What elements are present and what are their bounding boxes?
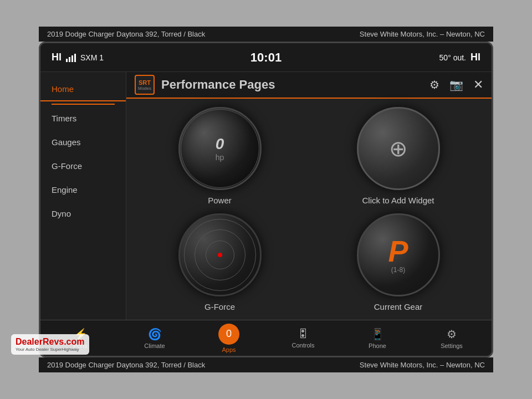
apps-icon-container: 0 [218, 324, 239, 345]
close-icon[interactable]: ✕ [473, 78, 483, 92]
modes-text: Modes [138, 86, 151, 91]
nav-item-settings[interactable]: ⚙ Settings [429, 325, 474, 352]
nav-controls-label: Controls [292, 342, 315, 349]
add-widget-label: Click to Add Widget [362, 196, 434, 205]
apps-icon: 0 [226, 328, 232, 340]
gforce-gauge [178, 213, 262, 296]
nav-item-controls[interactable]: 🎛 Controls [281, 325, 325, 351]
perf-header: SRT Modes Performance Pages ⚙ 📷 ✕ [126, 72, 492, 99]
srt-text: SRT [139, 79, 151, 86]
settings-nav-icon: ⚙ [447, 328, 457, 341]
power-label: Power [208, 196, 232, 205]
status-hi-left: HI [52, 52, 62, 63]
settings-icon[interactable]: ⚙ [429, 78, 439, 91]
status-hi-right: HI [470, 52, 480, 63]
perf-title: Performance Pages [161, 78, 423, 92]
performance-area: SRT Modes Performance Pages ⚙ 📷 ✕ [126, 72, 492, 320]
sidebar-item-timers[interactable]: Timers [40, 107, 126, 130]
power-value: 0 [216, 135, 224, 153]
status-left: HI SXM 1 [52, 52, 104, 63]
gear-label: Current Gear [374, 302, 423, 311]
nav-item-apps[interactable]: 0 Apps [207, 321, 251, 356]
sidebar-item-gauges[interactable]: Gauges [40, 131, 126, 154]
gforce-label: G-Force [204, 302, 235, 311]
gforce-widget: G-Force [135, 213, 305, 311]
power-gauge: 0 hp [178, 107, 262, 190]
bottom-caption-left: 2019 Dodge Charger Daytona 392, Torred /… [47, 361, 205, 369]
signal-icon [66, 53, 76, 62]
top-caption-left: 2019 Dodge Charger Daytona 392, Torred /… [47, 30, 205, 38]
power-widget: 0 hp Power [135, 107, 305, 205]
top-caption-bar: 2019 Dodge Charger Daytona 392, Torred /… [39, 27, 493, 42]
perf-icons: ⚙ 📷 ✕ [429, 78, 483, 92]
gear-gauge: P (1-8) [357, 213, 440, 296]
widget-grid: 0 hp Power ⊕ Click to Add Widget [126, 99, 492, 320]
controls-icon: 🎛 [298, 328, 309, 340]
power-unit: hp [216, 153, 224, 162]
status-bar: HI SXM 1 10:01 50° out. HI [40, 43, 492, 72]
bottom-caption-right: Steve White Motors, Inc. – Newton, NC [360, 361, 485, 369]
photo-frame: 2019 Dodge Charger Daytona 392, Torred /… [0, 0, 532, 399]
dealer-logo: DealerRevs.com [16, 337, 85, 347]
sidebar-separator [52, 104, 115, 105]
climate-icon: 🌀 [148, 328, 162, 341]
sidebar-item-gforce[interactable]: G-Force [40, 155, 126, 177]
infotainment-screen: HI SXM 1 10:01 50° out. HI Home [39, 42, 493, 357]
gear-range: (1-8) [391, 266, 405, 274]
sidebar-item-home[interactable]: Home [40, 78, 126, 101]
dealer-tagline: Your Auto Dealer SuperHighway [16, 347, 85, 352]
gforce-dot [218, 253, 222, 257]
nav-item-phone[interactable]: 📱 Phone [355, 325, 400, 352]
phone-icon: 📱 [371, 328, 385, 341]
camera-icon[interactable]: 📷 [449, 78, 463, 91]
nav-item-climate[interactable]: 🌀 Climate [132, 325, 177, 352]
nav-settings-label: Settings [441, 342, 463, 349]
status-right: 50° out. HI [439, 52, 480, 63]
nav-climate-label: Climate [144, 342, 165, 349]
gforce-rings [184, 219, 256, 291]
gear-widget: P (1-8) Current Gear [313, 213, 483, 311]
main-content: Home Timers Gauges G-Force Engine Dyno [40, 72, 492, 320]
top-caption-right: Steve White Motors, Inc. – Newton, NC [360, 30, 485, 38]
status-time: 10:01 [250, 50, 282, 65]
gear-letter: P [388, 236, 408, 266]
nav-apps-label: Apps [222, 346, 236, 353]
nav-bar: ⚡ Ports 🌀 Climate 0 Apps 🎛 Controls [40, 320, 492, 356]
add-plus-icon: ⊕ [389, 137, 408, 160]
status-sxm: SXM 1 [80, 53, 104, 62]
nav-phone-label: Phone [369, 342, 386, 349]
dealer-watermark: DealerRevs.com Your Auto Dealer SuperHig… [11, 334, 89, 355]
add-widget-button[interactable]: ⊕ [357, 107, 440, 190]
add-widget-cell: ⊕ Click to Add Widget [313, 107, 483, 205]
bottom-caption-bar: 2019 Dodge Charger Daytona 392, Torred /… [39, 357, 493, 372]
status-temp: 50° out. [439, 53, 466, 62]
sidebar-item-engine[interactable]: Engine [40, 178, 126, 201]
sidebar-item-dyno[interactable]: Dyno [40, 202, 126, 225]
srt-modes-button[interactable]: SRT Modes [135, 75, 155, 95]
sidebar: Home Timers Gauges G-Force Engine Dyno [40, 72, 126, 320]
